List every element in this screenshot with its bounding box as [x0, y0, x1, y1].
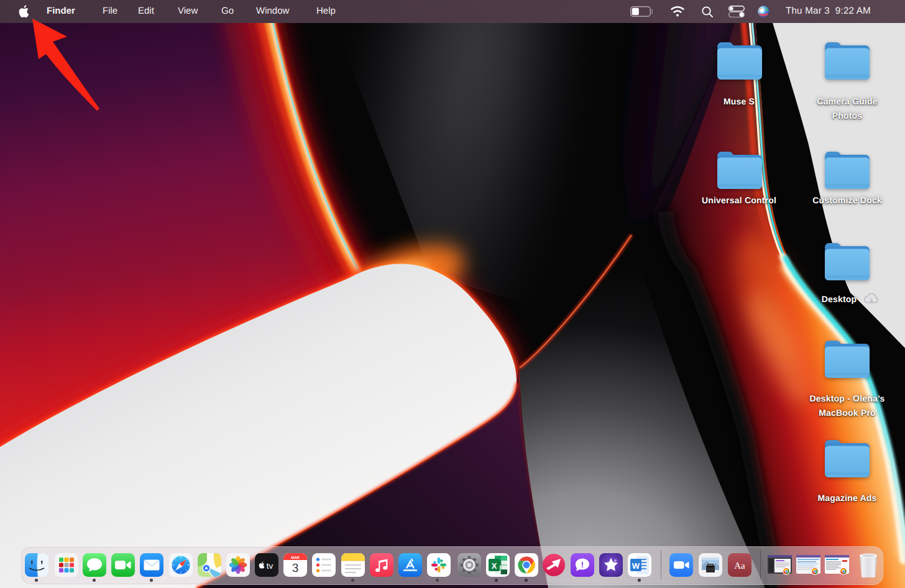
svg-text:Aa: Aa — [734, 561, 745, 571]
svg-text:W: W — [632, 561, 640, 571]
svg-text:!: ! — [581, 560, 584, 569]
svg-text:X: X — [492, 561, 497, 571]
svg-text:3: 3 — [292, 562, 299, 575]
svg-text:tv: tv — [267, 561, 273, 571]
svg-text:MAR: MAR — [291, 556, 300, 560]
